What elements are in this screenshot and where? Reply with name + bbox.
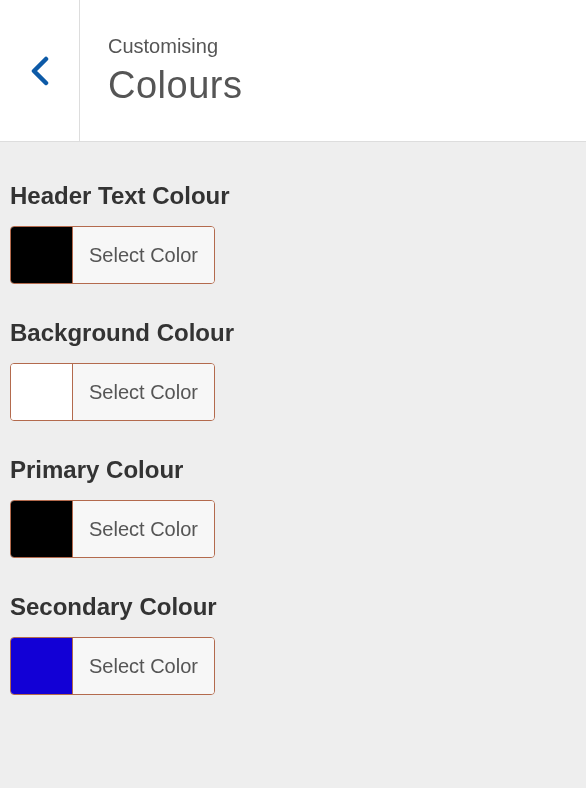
color-swatch[interactable] xyxy=(11,501,73,557)
color-swatch[interactable] xyxy=(11,364,73,420)
select-color-button[interactable]: Select Color xyxy=(73,227,214,283)
color-control-header-text[interactable]: Select Color xyxy=(10,226,215,284)
section-secondary-colour: Secondary Colour Select Color xyxy=(10,593,576,698)
color-swatch[interactable] xyxy=(11,227,73,283)
color-swatch[interactable] xyxy=(11,638,73,694)
breadcrumb: Customising xyxy=(108,35,242,58)
section-primary-colour: Primary Colour Select Color xyxy=(10,456,576,561)
color-control-background[interactable]: Select Color xyxy=(10,363,215,421)
header-text: Customising Colours xyxy=(80,0,270,141)
chevron-left-icon xyxy=(31,56,49,86)
section-label: Header Text Colour xyxy=(10,182,576,210)
select-color-button[interactable]: Select Color xyxy=(73,364,214,420)
select-color-button[interactable]: Select Color xyxy=(73,638,214,694)
page-title: Colours xyxy=(108,64,242,107)
back-button[interactable] xyxy=(0,0,80,141)
section-header-text-colour: Header Text Colour Select Color xyxy=(10,182,576,287)
section-label: Background Colour xyxy=(10,319,576,347)
select-color-button[interactable]: Select Color xyxy=(73,501,214,557)
section-label: Secondary Colour xyxy=(10,593,576,621)
color-control-primary[interactable]: Select Color xyxy=(10,500,215,558)
section-label: Primary Colour xyxy=(10,456,576,484)
panel-header: Customising Colours xyxy=(0,0,586,142)
content: Header Text Colour Select Color Backgrou… xyxy=(0,142,586,708)
section-background-colour: Background Colour Select Color xyxy=(10,319,576,424)
color-control-secondary[interactable]: Select Color xyxy=(10,637,215,695)
